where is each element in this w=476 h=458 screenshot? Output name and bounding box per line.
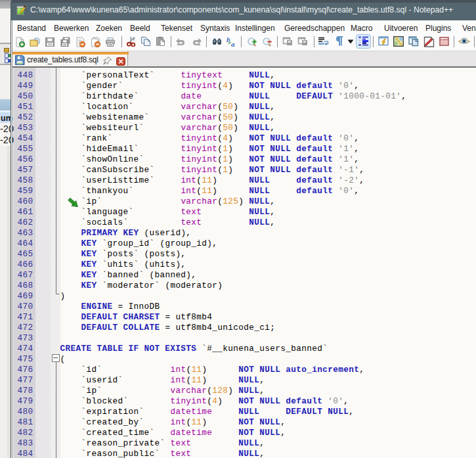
svg-text:a: a xyxy=(231,40,235,47)
